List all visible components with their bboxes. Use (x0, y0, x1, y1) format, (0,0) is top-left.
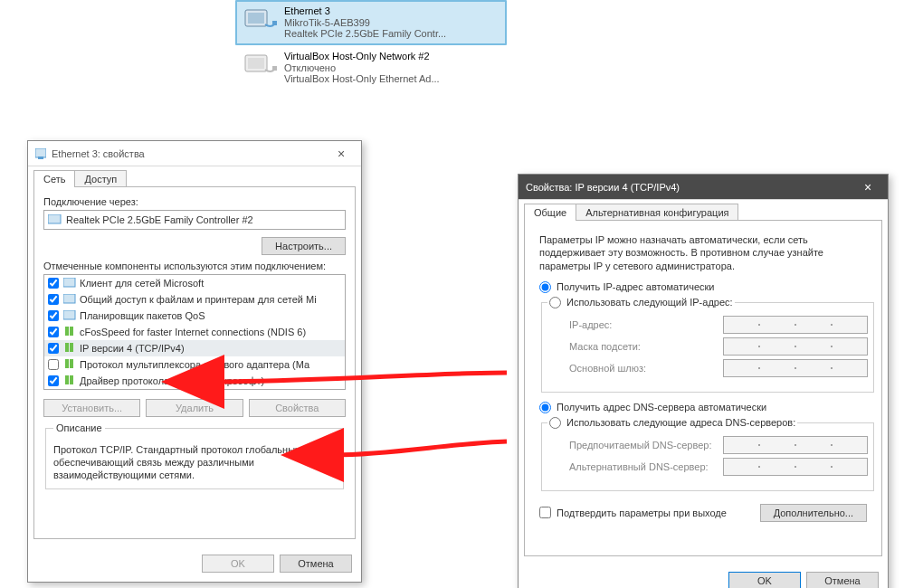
adapter-device: Realtek PCIe 2.5GbE Family Contr... (284, 28, 446, 40)
close-icon[interactable]: × (852, 178, 884, 196)
tabstrip: Сеть Доступ (33, 170, 361, 187)
ip-address-input (723, 316, 868, 334)
component-row[interactable]: Клиент для сетей Microsoft (44, 275, 345, 291)
dialog-title: Свойства: IP версии 4 (TCP/IPv4) (526, 182, 680, 193)
component-label: Драйвер протокола LLDP (Майкрософт) (80, 375, 264, 386)
protocol-icon (62, 293, 77, 306)
network-icon (35, 148, 46, 159)
svg-rect-4 (248, 58, 264, 69)
svg-rect-8 (48, 214, 61, 223)
cancel-button[interactable]: Отмена (806, 572, 879, 588)
radio-manual-dns-input[interactable] (549, 417, 561, 429)
svg-rect-15 (70, 343, 73, 352)
component-row[interactable]: Драйвер протокола LLDP (Майкрософт) (44, 373, 345, 389)
component-list[interactable]: Клиент для сетей MicrosoftОбщий доступ к… (43, 274, 346, 390)
radio-manual-dns[interactable]: Использовать следующие адреса DNS-сервер… (547, 417, 797, 429)
adapter-item-vbox[interactable]: VirtualBox Host-Only Network #2 Отключен… (235, 45, 507, 90)
protocol-icon (62, 277, 77, 289)
radio-auto-dns-input[interactable] (539, 402, 551, 413)
network-adapter-icon (243, 5, 279, 36)
adapter-item-ethernet3[interactable]: Ethernet 3 MikroTik-5-AEB399 Realtek PCI… (235, 0, 507, 45)
radio-auto-ip[interactable]: Получить IP-адрес автоматически (539, 281, 867, 293)
component-checkbox[interactable] (48, 294, 59, 305)
protocol-icon (62, 375, 77, 387)
network-adapter-icon (243, 51, 279, 81)
dialog-titlebar[interactable]: Ethernet 3: свойства × (28, 141, 361, 166)
network-adapter-icon (48, 214, 62, 225)
radio-manual-ip-input[interactable] (549, 297, 561, 308)
confirm-on-exit[interactable]: Подтвердить параметры при выходе (539, 507, 727, 518)
adapter-name-text: Realtek PCIe 2.5GbE Family Controller #2 (66, 214, 253, 225)
close-icon[interactable]: × (325, 145, 357, 163)
svg-rect-13 (70, 327, 73, 336)
tabstrip: Общие Альтернативная конфигурация (524, 204, 888, 221)
component-checkbox[interactable] (48, 310, 59, 321)
network-adapter-list: Ethernet 3 MikroTik-5-AEB399 Realtek PCI… (235, 0, 507, 90)
confirm-on-exit-checkbox[interactable] (539, 507, 551, 518)
advanced-button[interactable]: Дополнительно... (760, 504, 867, 522)
dns1-input (723, 436, 868, 454)
properties-button[interactable]: Свойства (249, 399, 346, 417)
subnet-mask-input (723, 337, 868, 356)
remove-button[interactable]: Удалить (146, 399, 243, 417)
tab-general[interactable]: Общие (524, 204, 576, 221)
component-checkbox[interactable] (48, 327, 59, 337)
ethernet-properties-dialog: Ethernet 3: свойства × Сеть Доступ Подкл… (27, 140, 362, 583)
component-row[interactable]: Общий доступ к файлам и принтерам для се… (44, 291, 345, 308)
svg-rect-11 (63, 310, 75, 319)
ipv4-properties-dialog: Свойства: IP версии 4 (TCP/IPv4) × Общие… (518, 174, 889, 588)
component-label: Протокол мультиплексора сетевого адаптер… (80, 359, 309, 370)
adapter-name: VirtualBox Host-Only Network #2 (284, 51, 440, 62)
connect-through-label: Подключение через: (43, 196, 346, 207)
ip-address-label: IP-адрес: (569, 319, 723, 330)
radio-auto-ip-input[interactable] (539, 281, 551, 293)
dns2-input (723, 458, 868, 476)
description-group: Описание Протокол TCP/IP. Стандартный пр… (45, 422, 344, 489)
dns2-label: Альтернативный DNS-сервер: (569, 461, 723, 472)
adapter-status: Отключено (284, 62, 440, 74)
component-row[interactable]: Протокол мультиплексора сетевого адаптер… (44, 356, 345, 373)
ok-button[interactable]: OK (202, 555, 274, 573)
description-text: Протокол TCP/IP. Стандартный протокол гл… (53, 444, 336, 481)
components-label: Отмеченные компоненты используются этим … (43, 261, 346, 271)
adapter-device: VirtualBox Host-Only Ethernet Ad... (284, 73, 440, 85)
component-row[interactable]: cFosSpeed for faster Internet connection… (44, 324, 345, 340)
component-label: Общий доступ к файлам и принтерам для се… (80, 294, 317, 305)
confirm-on-exit-label: Подтвердить параметры при выходе (557, 507, 727, 518)
component-label: Клиент для сетей Microsoft (80, 278, 204, 289)
cancel-button[interactable]: Отмена (280, 555, 352, 573)
tab-access[interactable]: Доступ (74, 170, 127, 187)
component-label: Планировщик пакетов QoS (80, 310, 205, 321)
dialog-titlebar[interactable]: Свойства: IP версии 4 (TCP/IPv4) × (519, 175, 888, 200)
protocol-icon (62, 309, 77, 322)
dialog-title: Ethernet 3: свойства (52, 148, 145, 159)
component-label: cFosSpeed for faster Internet connection… (80, 327, 306, 337)
component-checkbox[interactable] (48, 343, 59, 354)
protocol-icon (62, 342, 77, 355)
svg-rect-16 (65, 359, 69, 368)
svg-rect-7 (38, 156, 43, 159)
svg-rect-19 (70, 375, 73, 384)
component-checkbox[interactable] (48, 359, 59, 370)
configure-button[interactable]: Настроить... (262, 237, 346, 255)
radio-auto-ip-label: Получить IP-адрес автоматически (557, 281, 714, 292)
component-checkbox[interactable] (48, 375, 59, 386)
svg-rect-9 (63, 278, 75, 287)
tab-network[interactable]: Сеть (33, 170, 75, 187)
radio-auto-dns-label: Получить адрес DNS-сервера автоматически (557, 402, 766, 413)
protocol-icon (62, 358, 77, 371)
radio-auto-dns[interactable]: Получить адрес DNS-сервера автоматически (539, 402, 867, 413)
tab-alternate[interactable]: Альтернативная конфигурация (576, 204, 738, 221)
install-button[interactable]: Установить... (43, 399, 140, 417)
component-row[interactable]: IP версии 4 (TCP/IPv4) (44, 340, 345, 356)
component-row[interactable]: Планировщик пакетов QoS (44, 308, 345, 324)
ok-button[interactable]: OK (728, 572, 801, 588)
svg-rect-2 (272, 21, 277, 25)
subnet-mask-label: Маска подсети: (569, 341, 723, 352)
gateway-input (723, 359, 868, 377)
adapter-name: Ethernet 3 (284, 5, 446, 17)
radio-manual-ip[interactable]: Использовать следующий IP-адрес: (547, 297, 735, 308)
component-label: IP версии 4 (TCP/IPv4) (80, 343, 185, 354)
component-checkbox[interactable] (48, 278, 59, 289)
svg-rect-18 (65, 375, 69, 384)
